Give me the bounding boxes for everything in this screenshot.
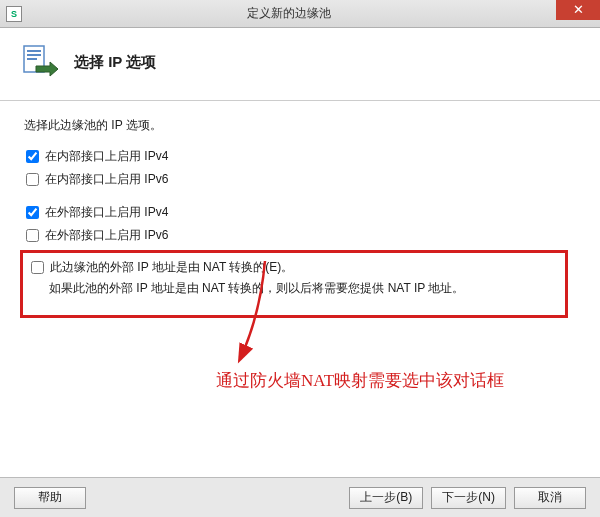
label-external-ipv4: 在外部接口上启用 IPv4 [45, 204, 168, 221]
close-button[interactable]: ✕ [556, 0, 600, 20]
label-nat: 此边缘池的外部 IP 地址是由 NAT 转换的(E)。 [50, 259, 293, 276]
highlight-annotation-box: 此边缘池的外部 IP 地址是由 NAT 转换的(E)。 如果此池的外部 IP 地… [20, 250, 568, 318]
svg-rect-3 [27, 58, 37, 60]
nat-note-text: 如果此池的外部 IP 地址是由 NAT 转换的，则以后将需要您提供 NAT IP… [49, 280, 557, 297]
check-external-ipv6[interactable]: 在外部接口上启用 IPv6 [24, 227, 576, 244]
checkbox-internal-ipv4[interactable] [26, 150, 39, 163]
check-internal-ipv4[interactable]: 在内部接口上启用 IPv4 [24, 148, 576, 165]
check-internal-ipv6[interactable]: 在内部接口上启用 IPv6 [24, 171, 576, 188]
content-area: 选择此边缘池的 IP 选项。 在内部接口上启用 IPv4 在内部接口上启用 IP… [0, 101, 600, 491]
checkbox-internal-ipv6[interactable] [26, 173, 39, 186]
instruction-text: 选择此边缘池的 IP 选项。 [24, 117, 576, 134]
checkbox-nat[interactable] [31, 261, 44, 274]
check-nat[interactable]: 此边缘池的外部 IP 地址是由 NAT 转换的(E)。 [29, 259, 557, 276]
wizard-icon [20, 42, 60, 82]
svg-rect-2 [27, 54, 41, 56]
label-external-ipv6: 在外部接口上启用 IPv6 [45, 227, 168, 244]
app-icon: S [6, 6, 22, 22]
checkbox-external-ipv6[interactable] [26, 229, 39, 242]
wizard-footer: 帮助 上一步(B) 下一步(N) 取消 [0, 477, 600, 517]
back-button[interactable]: 上一步(B) [349, 487, 423, 509]
next-button[interactable]: 下一步(N) [431, 487, 506, 509]
help-button[interactable]: 帮助 [14, 487, 86, 509]
window-title: 定义新的边缘池 [22, 5, 556, 22]
page-title: 选择 IP 选项 [74, 53, 156, 72]
titlebar: S 定义新的边缘池 ✕ [0, 0, 600, 28]
checkbox-external-ipv4[interactable] [26, 206, 39, 219]
annotation-text: 通过防火墙NAT映射需要选中该对话框 [216, 369, 504, 392]
cancel-button[interactable]: 取消 [514, 487, 586, 509]
label-internal-ipv6: 在内部接口上启用 IPv6 [45, 171, 168, 188]
wizard-header: 选择 IP 选项 [0, 28, 600, 101]
label-internal-ipv4: 在内部接口上启用 IPv4 [45, 148, 168, 165]
check-external-ipv4[interactable]: 在外部接口上启用 IPv4 [24, 204, 576, 221]
svg-rect-1 [27, 50, 41, 52]
